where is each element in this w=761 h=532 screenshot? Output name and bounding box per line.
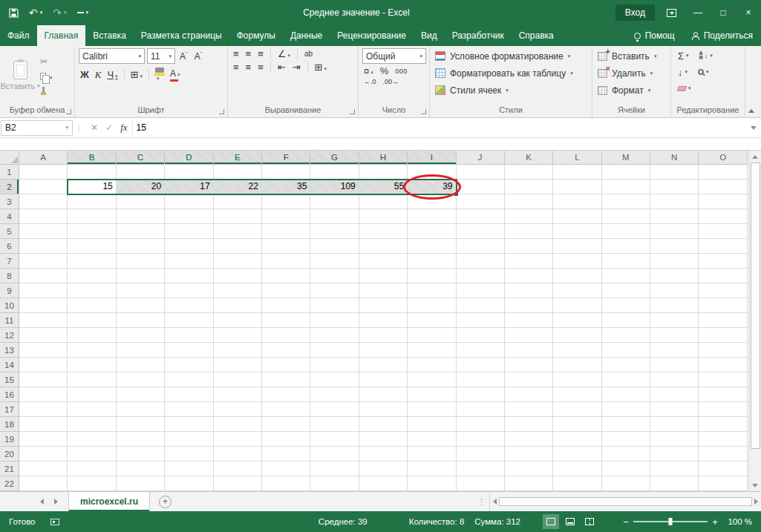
cell-H4[interactable] (359, 209, 408, 224)
cell-C12[interactable] (117, 328, 165, 343)
cell-O14[interactable] (699, 358, 747, 372)
cell-G12[interactable] (310, 328, 359, 343)
cell-I7[interactable] (408, 254, 456, 269)
cell-J7[interactable] (457, 254, 505, 269)
cell-L1[interactable] (553, 165, 601, 180)
cell-E22[interactable] (214, 476, 262, 491)
cell-O16[interactable] (699, 387, 747, 402)
cell-F21[interactable] (262, 462, 310, 476)
cell-H13[interactable] (359, 343, 408, 358)
cell-N7[interactable] (650, 254, 699, 269)
assistant-button[interactable]: Помощ (626, 25, 683, 46)
cell-D2[interactable]: 17 (165, 180, 213, 194)
cell-N10[interactable] (650, 298, 699, 313)
cell-A8[interactable] (19, 269, 68, 283)
cell-A4[interactable] (19, 209, 68, 224)
cell-I18[interactable] (408, 417, 456, 432)
cell-O3[interactable] (699, 194, 747, 209)
cell-C10[interactable] (117, 298, 165, 313)
row-header-7[interactable]: 7 (0, 254, 19, 269)
cell-M15[interactable] (602, 372, 650, 387)
cell-K17[interactable] (505, 402, 553, 417)
cell-F11[interactable] (262, 313, 310, 328)
cell-L22[interactable] (553, 476, 601, 491)
cell-G22[interactable] (310, 476, 359, 491)
cell-O7[interactable] (699, 254, 747, 269)
conditional-formatting-button[interactable]: Условное форматирование (434, 48, 588, 64)
horizontal-scroll-thumb[interactable] (499, 497, 752, 506)
cell-M12[interactable] (602, 328, 650, 343)
cell-H14[interactable] (359, 358, 408, 372)
cell-H20[interactable] (359, 447, 408, 462)
cell-O17[interactable] (699, 402, 747, 417)
vertical-scrollbar[interactable] (748, 151, 761, 491)
cell-G7[interactable] (310, 254, 359, 269)
cell-B2[interactable]: 15 (68, 180, 116, 194)
cell-M13[interactable] (602, 343, 650, 358)
row-header-15[interactable]: 15 (0, 372, 19, 387)
cell-F17[interactable] (262, 402, 310, 417)
cell-G18[interactable] (310, 417, 359, 432)
alignment-dialog-launcher[interactable] (350, 109, 355, 114)
customize-qat-button[interactable] (77, 10, 89, 16)
cell-B18[interactable] (68, 417, 116, 432)
zoom-percentage[interactable]: 100 % (722, 517, 761, 526)
cell-I2[interactable]: 39 (408, 180, 456, 194)
column-header-A[interactable]: A (19, 151, 68, 165)
cell-I4[interactable] (408, 209, 456, 224)
cell-F16[interactable] (262, 387, 310, 402)
cell-D17[interactable] (165, 402, 213, 417)
cell-K3[interactable] (505, 194, 553, 209)
column-header-N[interactable]: N (650, 151, 699, 165)
cell-J4[interactable] (457, 209, 505, 224)
cell-N18[interactable] (650, 417, 699, 432)
cell-E4[interactable] (214, 209, 262, 224)
sheet-tab-microexcel[interactable]: microexcel.ru (68, 492, 150, 511)
cell-F20[interactable] (262, 447, 310, 462)
cell-H11[interactable] (359, 313, 408, 328)
cell-G15[interactable] (310, 372, 359, 387)
cell-C15[interactable] (117, 372, 165, 387)
cell-A14[interactable] (19, 358, 68, 372)
cell-L9[interactable] (553, 283, 601, 298)
cell-B22[interactable] (68, 476, 116, 491)
cell-J18[interactable] (457, 417, 505, 432)
decrease-font-size-button[interactable]: Аˇ (192, 50, 205, 62)
row-header-21[interactable]: 21 (0, 462, 19, 476)
cell-K1[interactable] (505, 165, 553, 180)
column-header-J[interactable]: J (457, 151, 505, 165)
row-header-16[interactable]: 16 (0, 387, 19, 402)
cell-J6[interactable] (457, 239, 505, 254)
increase-font-size-button[interactable]: Аˆ (177, 50, 190, 62)
cell-D5[interactable] (165, 224, 213, 239)
cell-L11[interactable] (553, 313, 601, 328)
row-header-8[interactable]: 8 (0, 269, 19, 283)
cell-C7[interactable] (117, 254, 165, 269)
cell-A6[interactable] (19, 239, 68, 254)
zoom-slider[interactable] (633, 521, 708, 522)
cell-I22[interactable] (408, 476, 456, 491)
cell-N17[interactable] (650, 402, 699, 417)
cell-O18[interactable] (699, 417, 747, 432)
cell-M19[interactable] (602, 432, 650, 447)
cell-H22[interactable] (359, 476, 408, 491)
cell-O22[interactable] (699, 476, 747, 491)
row-header-6[interactable]: 6 (0, 239, 19, 254)
tab-home[interactable]: Главная (37, 25, 86, 46)
cell-O1[interactable] (699, 165, 747, 180)
cell-M20[interactable] (602, 447, 650, 462)
tab-data[interactable]: Данные (283, 25, 330, 46)
cell-C19[interactable] (117, 432, 165, 447)
cell-I14[interactable] (408, 358, 456, 372)
cell-C3[interactable] (117, 194, 165, 209)
cell-J21[interactable] (457, 462, 505, 476)
formula-bar-splitter[interactable]: ⋮ (73, 124, 86, 132)
cell-M4[interactable] (602, 209, 650, 224)
cell-N3[interactable] (650, 194, 699, 209)
cell-H21[interactable] (359, 462, 408, 476)
redo-button[interactable]: ↷ (53, 7, 66, 18)
cell-E10[interactable] (214, 298, 262, 313)
cell-E17[interactable] (214, 402, 262, 417)
cell-A2[interactable] (19, 180, 68, 194)
cell-M10[interactable] (602, 298, 650, 313)
